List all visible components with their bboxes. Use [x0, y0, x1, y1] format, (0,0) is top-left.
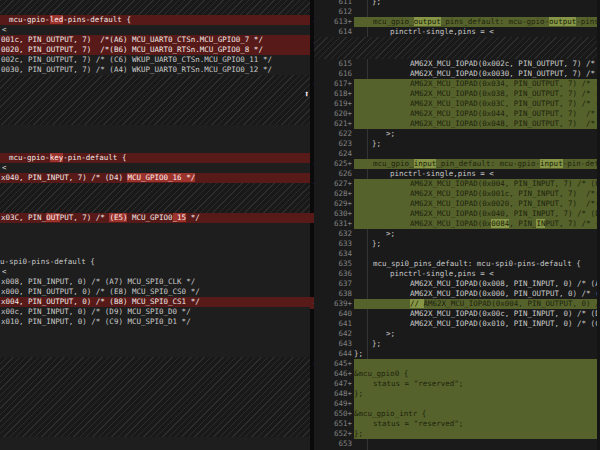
line-number: 611 — [314, 0, 354, 7]
line-number: 642 — [314, 329, 354, 339]
context-code-line: >; — [354, 329, 600, 339]
added-code-line: AM62X_MCU_IOPAD(0x044, PIN_OUTPUT, 7) /*… — [354, 109, 600, 119]
right-pane-new-file[interactable]: 611};612613+mcu_gpio_output_pins_default… — [314, 0, 600, 450]
diff-line: 611}; — [314, 0, 600, 7]
diff-line: 635mcu_spi0_pins_default: mcu-spi0-pins-… — [314, 259, 600, 269]
context-code-line: 0030, PIN_OUTPUT, 7) /* (A4) WKUP_UART0_… — [0, 65, 310, 75]
added-code-line: AM62X_MCU_IOPAD(0x0084, PIN_INPUT, 7) /*… — [354, 219, 600, 229]
line-number: 638 — [314, 289, 354, 299]
diff-line: 640AM62X_MCU_IOPAD(0x00c, PIN_INPUT, 0) … — [314, 309, 600, 319]
deleted-code-line: mcu-gpio-key-pin-default { — [0, 153, 310, 163]
added-code-line: mcu_gpio_output_pins_default: mcu-gpio-o… — [354, 17, 600, 27]
diff-line: 617+AM62X_MCU_IOPAD(0x034, PIN_OUTPUT, 7… — [314, 79, 600, 89]
context-code-line: >; — [354, 229, 600, 239]
word-diff-emphasis: output — [549, 17, 576, 26]
diff-line: 652+}; — [314, 429, 600, 439]
line-number: 623 — [314, 139, 354, 149]
deleted-code-line: x03C, PIN_OUTPUT, 7) /* (E5) MCU_GPIO0_1… — [0, 213, 310, 223]
added-code-line: AM62X_MCU_IOPAD(0x048, PIN_OUTPUT, 7) /*… — [354, 119, 600, 129]
line-number: 620+ — [314, 109, 354, 119]
deleted-code-line: 0020, PIN_OUTPUT, 7) /*(B6) MCU_UART0_RT… — [0, 45, 310, 55]
context-code-line — [354, 439, 600, 449]
added-code-line: }; — [354, 429, 600, 439]
diff-line: 614pinctrl-single,pins = < — [314, 27, 600, 37]
diff-line: 620+AM62X_MCU_IOPAD(0x044, PIN_OUTPUT, 7… — [314, 109, 600, 119]
word-diff-emphasis: OUT — [46, 213, 60, 222]
diff-line: 643}; — [314, 339, 600, 349]
diff-line: 632>; — [314, 229, 600, 239]
scroll-up-arrow-icon[interactable]: ⬆ — [304, 88, 318, 100]
line-number: 653 — [314, 439, 354, 449]
diff-line: 613+mcu_gpio_output_pins_default: mcu-gp… — [314, 17, 600, 27]
added-code-line: AM62X_MCU_IOPAD(0x040, PIN_INPUT, 7) /* … — [354, 209, 600, 219]
diff-line: 651+status = "reserved"; — [314, 419, 600, 429]
line-number: 635 — [314, 259, 354, 269]
word-diff-emphasis: key — [50, 153, 64, 162]
added-code-line: AM62X_MCU_IOPAD(0x001c, PIN_INPUT, 7) /*… — [354, 189, 600, 199]
diff-line: 628+AM62X_MCU_IOPAD(0x001c, PIN_INPUT, 7… — [314, 189, 600, 199]
diff-line: 621+AM62X_MCU_IOPAD(0x048, PIN_OUTPUT, 7… — [314, 119, 600, 129]
added-code-line: }; — [354, 389, 600, 399]
diff-line: 623}; — [314, 139, 600, 149]
left-filler-hatch — [0, 75, 310, 125]
diff-line: 648+}; — [314, 389, 600, 399]
context-code-line: x00c, PIN_INPUT, 0) /* (D9) MCU_SPI0_D0 … — [0, 307, 310, 317]
context-code-line: x008, PIN_INPUT, 0) /* (A7) MCU_SPI0_CLK… — [0, 277, 310, 287]
line-number: 639+ — [314, 299, 354, 309]
diff-viewer: mcu-gpio-led-pins-default {<001c, PIN_OU… — [0, 0, 600, 450]
context-code-line: }; — [354, 339, 600, 349]
context-code-line: < — [0, 25, 310, 35]
context-code-line: AM62X_MCU_IOPAD(0x0030, PIN_OUTPUT, 7) /… — [354, 69, 600, 79]
added-code-line: AM62X_MCU_IOPAD(0x038, PIN_OUTPUT, 7) /*… — [354, 89, 600, 99]
context-code-line — [354, 249, 600, 259]
line-number: 616 — [314, 69, 354, 79]
diff-line: 626pinctrl-single,pins = < — [314, 169, 600, 179]
context-code-line: x010, PIN_INPUT, 0) /* (C9) MCU_SPI0_D1 … — [0, 317, 310, 327]
word-diff-emphasis: (E5) — [109, 213, 127, 222]
diff-line: 637AM62X_MCU_IOPAD(0x008, PIN_INPUT, 0) … — [314, 279, 600, 289]
line-number: 622 — [314, 129, 354, 139]
word-diff-emphasis: // — [410, 299, 424, 308]
context-code-line: pinctrl-single,pins = < — [354, 269, 600, 279]
left-filler-hatch — [0, 357, 310, 437]
left-pane-old-file[interactable]: mcu-gpio-led-pins-default {<001c, PIN_OU… — [0, 0, 310, 450]
added-code-line: &mcu_gpio0 { — [354, 369, 600, 379]
added-code-line — [354, 359, 600, 369]
context-code-line: AM62X_MCU_IOPAD(0x010, PIN_INPUT, 0) /* … — [354, 319, 600, 329]
added-code-line: status = "reserved"; — [354, 419, 600, 429]
line-number: 633 — [314, 239, 354, 249]
right-filler-hatch — [314, 37, 600, 59]
diff-line: 638AM62X_MCU_IOPAD(0x000, PIN_OUTPUT, 0)… — [314, 289, 600, 299]
diff-line: 645+ — [314, 359, 600, 369]
left-filler-hatch — [0, 183, 310, 213]
line-number: 647+ — [314, 379, 354, 389]
context-code-line: }; — [354, 139, 600, 149]
diff-line: 624 — [314, 149, 600, 159]
line-number: 650+ — [314, 409, 354, 419]
context-code-line: AM62X_MCU_IOPAD(0x00c, PIN_INPUT, 0) /* … — [354, 309, 600, 319]
line-number: 636 — [314, 269, 354, 279]
diff-line: 618+AM62X_MCU_IOPAD(0x038, PIN_OUTPUT, 7… — [314, 89, 600, 99]
line-number: 637 — [314, 279, 354, 289]
added-code-line: mcu_gpio_input_pin_default: mcu-gpio-inp… — [354, 159, 600, 169]
context-code-line: AM62X_MCU_IOPAD(0x002c, PIN_OUTPUT, 7) /… — [354, 59, 600, 69]
line-number: 634 — [314, 249, 354, 259]
word-diff-emphasis: MCU_GPIO0_16 */ — [127, 173, 195, 182]
line-number: 631+ — [314, 219, 354, 229]
word-diff-emphasis: _15 — [173, 213, 187, 222]
context-code-line: }; — [354, 349, 600, 359]
deleted-code-line: x040, PIN_INPUT, 7) /* (D4) MCU_GPIO0_16… — [0, 173, 310, 183]
line-number: 628+ — [314, 189, 354, 199]
line-number: 615 — [314, 59, 354, 69]
line-number: 646+ — [314, 369, 354, 379]
diff-line: 639+// AM62X_MCU_IOPAD(0x004, PIN_OUTPUT… — [314, 299, 600, 309]
left-blank-band — [0, 437, 310, 450]
right-code-rows: 611};612613+mcu_gpio_output_pins_default… — [314, 0, 600, 450]
line-number: 624 — [314, 149, 354, 159]
line-number: 643 — [314, 339, 354, 349]
context-code-line: >; — [354, 129, 600, 139]
line-number: 619+ — [314, 99, 354, 109]
line-number: 617+ — [314, 79, 354, 89]
word-diff-emphasis: led — [50, 15, 64, 24]
context-code-line — [354, 149, 600, 159]
